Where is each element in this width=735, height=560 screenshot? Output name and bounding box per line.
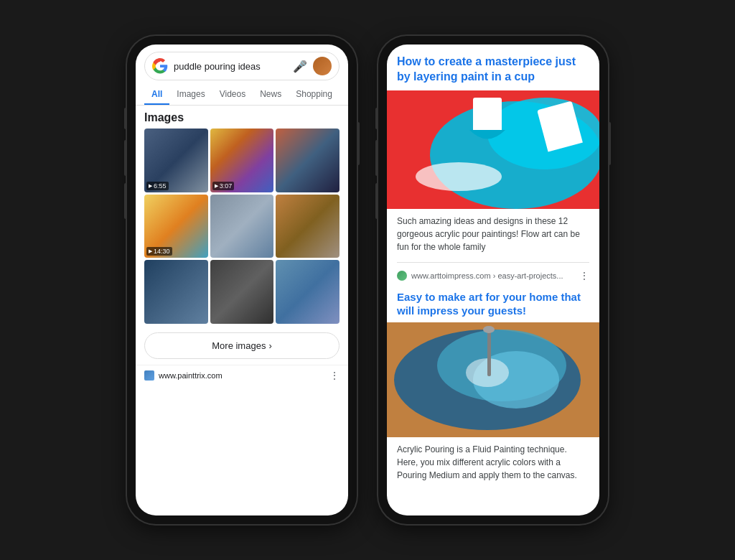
svg-rect-4: [473, 98, 502, 134]
grid-image-5[interactable]: [210, 195, 274, 258]
article-2-description: Acrylic Pouring is a Fluid Painting tech…: [387, 437, 599, 487]
volume-down-button: [124, 140, 127, 176]
phone-2-screen: How to create a masterpiece just by laye…: [387, 45, 599, 515]
tab-shopping[interactable]: Shopping: [289, 85, 340, 105]
article-2-title[interactable]: Easy to make art for your home that will…: [387, 286, 599, 322]
article-2-source-row: www.arttoimpress.com › easy-art-projects…: [387, 266, 599, 286]
grid-image-9[interactable]: [276, 260, 340, 324]
svg-point-3: [416, 162, 502, 191]
grid-image-3[interactable]: [276, 129, 340, 192]
phone-2: How to create a masterpiece just by laye…: [378, 36, 608, 524]
source-row-1: www.painttrix.com ⋮: [136, 365, 348, 386]
more-options-icon[interactable]: ⋮: [329, 370, 340, 381]
power-button: [357, 122, 360, 165]
article-2-hero-image: [387, 322, 599, 437]
article-2-source-url: www.arttoimpress.com › easy-art-projects…: [411, 271, 575, 280]
image-grid: 6:55 3:07 14:30: [144, 129, 340, 324]
phone-1: puddle pouring ideas 🎤 All Images Videos…: [127, 36, 357, 524]
hero2-illustration: [387, 322, 599, 437]
user-avatar[interactable]: [313, 57, 332, 75]
search-query: puddle pouring ideas: [174, 61, 287, 72]
source-url: www.painttrix.com: [159, 371, 325, 380]
grid-image-8[interactable]: [210, 260, 274, 324]
images-section: Images 6:55 3:07 14:30: [136, 106, 348, 327]
tab-images[interactable]: Images: [169, 85, 212, 105]
images-section-title: Images: [144, 111, 340, 124]
phones-container: puddle pouring ideas 🎤 All Images Videos…: [113, 22, 622, 538]
google-logo: [152, 58, 168, 74]
volume-up-button: [124, 108, 127, 129]
tab-videos[interactable]: Videos: [212, 85, 253, 105]
hero1-illustration: [387, 90, 599, 209]
article-1-description: Such amazing ideas and designs in these …: [387, 209, 599, 259]
more-images-chevron: ›: [268, 340, 271, 351]
article-1-title[interactable]: How to create a masterpiece just by laye…: [387, 45, 599, 90]
svg-point-2: [487, 98, 599, 169]
article-1-hero-image: [387, 90, 599, 209]
silent-button: [124, 183, 127, 219]
mic-icon[interactable]: 🎤: [293, 60, 307, 73]
volume-down-button-2: [375, 140, 378, 176]
search-tabs: All Images Videos News Shopping: [136, 80, 348, 106]
tab-news[interactable]: News: [253, 85, 289, 105]
silent-button-2: [375, 183, 378, 219]
video-badge-4: 14:30: [146, 247, 172, 256]
tab-all[interactable]: All: [144, 85, 169, 105]
svg-point-11: [483, 326, 495, 333]
grid-image-4[interactable]: 14:30: [144, 195, 208, 258]
svg-rect-10: [487, 326, 491, 376]
grid-image-6[interactable]: [276, 195, 340, 258]
grid-image-2[interactable]: 3:07: [210, 129, 274, 192]
more-images-label: More images: [212, 340, 266, 351]
search-bar[interactable]: puddle pouring ideas 🎤: [144, 52, 340, 80]
grid-image-7[interactable]: [144, 260, 208, 324]
more-images-button[interactable]: More images ›: [144, 332, 340, 359]
article-1-separator: [397, 262, 589, 263]
video-badge-2: 3:07: [212, 182, 235, 190]
search-bar-area: puddle pouring ideas 🎤: [136, 45, 348, 80]
video-badge-1: 6:55: [146, 182, 169, 190]
article-screen: How to create a masterpiece just by laye…: [387, 45, 599, 515]
source-favicon: [144, 370, 154, 381]
power-button-2: [608, 122, 611, 165]
phone-1-screen: puddle pouring ideas 🎤 All Images Videos…: [136, 45, 348, 515]
article-2-more-options[interactable]: ⋮: [579, 270, 589, 281]
article-2-favicon: [397, 271, 407, 281]
volume-up-button-2: [375, 108, 378, 129]
grid-image-1[interactable]: 6:55: [144, 129, 208, 192]
